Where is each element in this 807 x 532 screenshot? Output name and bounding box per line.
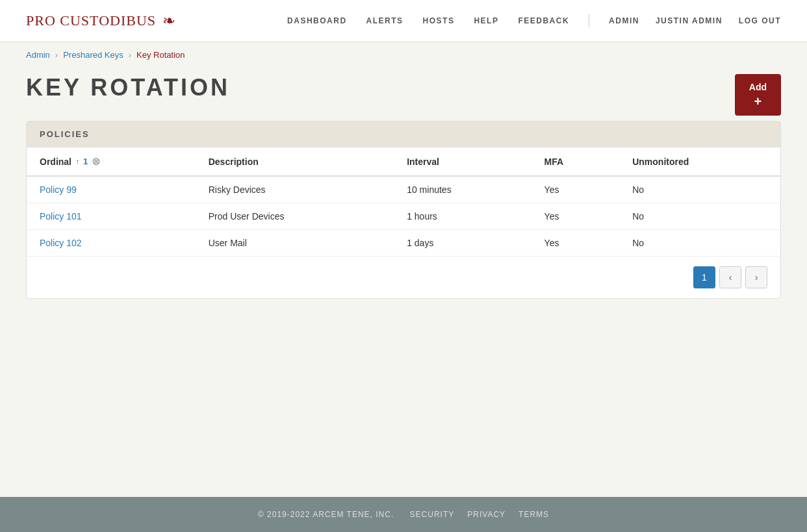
breadcrumb-admin[interactable]: Admin bbox=[26, 50, 50, 60]
add-button-container: Add + bbox=[735, 74, 781, 116]
cell-unmonitored-1: No bbox=[619, 203, 780, 230]
nav-user-profile[interactable]: JUSTIN ADMIN bbox=[656, 16, 723, 25]
main-content: KEY ROTATION Add + POLICIES Ordinal ↑ 1 … bbox=[0, 68, 807, 497]
page-1-button[interactable]: 1 bbox=[693, 266, 715, 288]
breadcrumb-sep-2: › bbox=[129, 50, 131, 60]
breadcrumb-current: Key Rotation bbox=[136, 50, 185, 60]
breadcrumb-preshared-keys[interactable]: Preshared Keys bbox=[63, 50, 123, 60]
nav-hosts[interactable]: HOSTS bbox=[423, 16, 455, 25]
cell-unmonitored-2: No bbox=[619, 230, 780, 257]
col-description: Description bbox=[196, 147, 394, 176]
nav-feedback[interactable]: FEEDBACK bbox=[518, 16, 569, 25]
cell-interval-0: 10 minutes bbox=[394, 176, 531, 203]
table-head: Ordinal ↑ 1 ⊗ Description Interval MFA U… bbox=[27, 147, 780, 176]
brand-icon: ❧ bbox=[162, 12, 175, 30]
nav-alerts[interactable]: ALERTS bbox=[366, 16, 404, 25]
cell-ordinal-0: Policy 99 bbox=[27, 176, 196, 203]
breadcrumb: Admin › Preshared Keys › Key Rotation bbox=[0, 42, 807, 68]
cell-interval-2: 1 days bbox=[394, 230, 531, 257]
table-row: Policy 101 Prod User Devices 1 hours Yes… bbox=[27, 203, 780, 230]
header-nav: DASHBOARD ALERTS HOSTS HELP FEEDBACK ADM… bbox=[287, 14, 781, 27]
cell-mfa-1: Yes bbox=[532, 203, 620, 230]
breadcrumb-sep-1: › bbox=[55, 50, 58, 60]
cell-description-0: Risky Devices bbox=[196, 176, 394, 203]
policy-link-101[interactable]: Policy 101 bbox=[40, 211, 82, 222]
policy-link-99[interactable]: Policy 99 bbox=[40, 184, 77, 195]
policies-table: Ordinal ↑ 1 ⊗ Description Interval MFA U… bbox=[27, 147, 780, 256]
main-nav: DASHBOARD ALERTS HOSTS HELP FEEDBACK bbox=[287, 16, 569, 25]
add-button-plus-icon: + bbox=[754, 95, 762, 108]
add-button-label: Add bbox=[749, 82, 767, 92]
footer-privacy[interactable]: PRIVACY bbox=[467, 510, 506, 519]
sort-number: 1 bbox=[83, 157, 88, 166]
policies-card: POLICIES Ordinal ↑ 1 ⊗ Description Inter… bbox=[26, 121, 781, 299]
cell-ordinal-1: Policy 101 bbox=[27, 203, 196, 230]
col-interval: Interval bbox=[394, 147, 531, 176]
cell-description-1: Prod User Devices bbox=[196, 203, 394, 230]
col-unmonitored: Unmonitored bbox=[619, 147, 780, 176]
sort-arrow-icon[interactable]: ↑ bbox=[75, 157, 79, 166]
ordinal-label: Ordinal bbox=[40, 157, 71, 167]
table-row: Policy 102 User Mail 1 days Yes No bbox=[27, 230, 780, 257]
footer-terms[interactable]: TERMS bbox=[519, 510, 549, 519]
table-header-row: Ordinal ↑ 1 ⊗ Description Interval MFA U… bbox=[27, 147, 780, 176]
page-title: KEY ROTATION bbox=[26, 74, 781, 101]
footer: © 2019-2022 ARCEM TENE, INC. SECURITY PR… bbox=[0, 497, 807, 532]
user-nav: ADMIN JUSTIN ADMIN LOG OUT bbox=[609, 16, 781, 25]
col-ordinal: Ordinal ↑ 1 ⊗ bbox=[27, 147, 196, 176]
cell-ordinal-2: Policy 102 bbox=[27, 230, 196, 257]
header: PRO CUSTODIBUS ❧ DASHBOARD ALERTS HOSTS … bbox=[0, 0, 807, 42]
table-row: Policy 99 Risky Devices 10 minutes Yes N… bbox=[27, 176, 780, 203]
cell-description-2: User Mail bbox=[196, 230, 394, 257]
nav-dashboard[interactable]: DASHBOARD bbox=[287, 16, 347, 25]
nav-help[interactable]: HELP bbox=[474, 16, 498, 25]
policy-link-102[interactable]: Policy 102 bbox=[40, 238, 82, 248]
next-page-button[interactable]: › bbox=[745, 266, 767, 288]
pagination: 1 ‹ › bbox=[27, 256, 780, 298]
cell-mfa-2: Yes bbox=[532, 230, 620, 257]
footer-links: SECURITY PRIVACY TERMS bbox=[410, 510, 549, 519]
add-button[interactable]: Add + bbox=[735, 74, 781, 116]
nav-admin[interactable]: ADMIN bbox=[609, 16, 639, 25]
brand-name: PRO CUSTODIBUS bbox=[26, 12, 156, 29]
cell-interval-1: 1 hours bbox=[394, 203, 531, 230]
cell-mfa-0: Yes bbox=[532, 176, 620, 203]
col-mfa: MFA bbox=[532, 147, 620, 176]
table-body: Policy 99 Risky Devices 10 minutes Yes N… bbox=[27, 176, 780, 256]
footer-copyright: © 2019-2022 ARCEM TENE, INC. bbox=[258, 510, 394, 519]
prev-page-button[interactable]: ‹ bbox=[719, 266, 741, 288]
cell-unmonitored-0: No bbox=[619, 176, 780, 203]
nav-divider bbox=[589, 14, 589, 27]
nav-logout[interactable]: LOG OUT bbox=[739, 16, 781, 25]
clear-sort-icon[interactable]: ⊗ bbox=[92, 155, 100, 168]
footer-security[interactable]: SECURITY bbox=[410, 510, 455, 519]
logo: PRO CUSTODIBUS ❧ bbox=[26, 12, 175, 30]
policies-header: POLICIES bbox=[27, 121, 780, 147]
